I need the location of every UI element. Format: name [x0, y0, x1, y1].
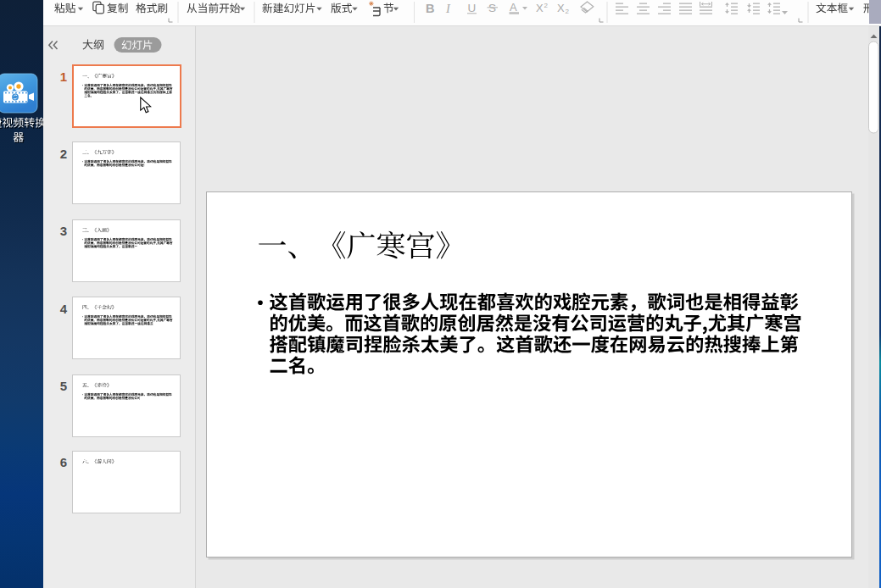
svg-text:X: X	[557, 2, 565, 14]
svg-text:U: U	[468, 2, 477, 14]
svg-text:A: A	[510, 1, 517, 14]
svg-text:B: B	[426, 2, 434, 15]
svg-text:X: X	[536, 2, 544, 14]
svg-text:2: 2	[566, 8, 570, 15]
svg-text:2: 2	[544, 2, 549, 9]
svg-text:I: I	[445, 2, 451, 15]
